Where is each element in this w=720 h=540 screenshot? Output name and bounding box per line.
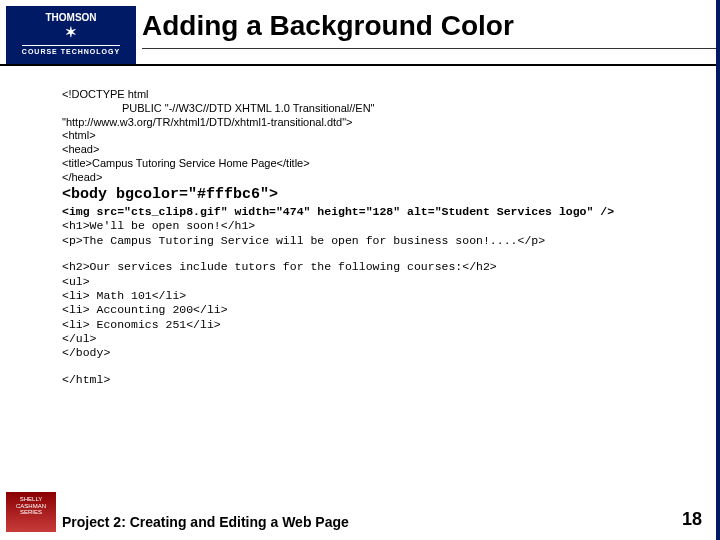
logo-star-icon: ✶: [6, 24, 136, 41]
title-rule-thin: [142, 48, 720, 49]
code-line: <li> Accounting 200</li>: [62, 303, 667, 317]
code-line: "http://www.w3.org/TR/xhtml1/DTD/xhtml1-…: [62, 116, 667, 130]
thomson-logo: THOMSON ✶ COURSE TECHNOLOGY: [6, 6, 136, 64]
code-line: <head>: [62, 143, 667, 157]
logo-sub: COURSE TECHNOLOGY: [22, 45, 120, 56]
code-line: <p>The Campus Tutoring Service will be o…: [62, 234, 667, 248]
series-logo: SHELLY CASHMAN SERIES: [6, 492, 56, 532]
code-line: PUBLIC "-//W3C//DTD XHTML 1.0 Transition…: [62, 102, 667, 116]
right-border: [716, 0, 720, 540]
slide-title: Adding a Background Color: [142, 10, 514, 42]
code-listing: <!DOCTYPE html PUBLIC "-//W3C//DTD XHTML…: [62, 88, 667, 387]
code-line: </head>: [62, 171, 667, 185]
project-label: Project 2: Creating and Editing a Web Pa…: [62, 514, 349, 530]
footer: Project 2: Creating and Editing a Web Pa…: [62, 509, 702, 530]
code-line: <!DOCTYPE html: [62, 88, 667, 102]
code-line: <li> Economics 251</li>: [62, 318, 667, 332]
logo-brand: THOMSON: [6, 12, 136, 24]
code-line: <ul>: [62, 275, 667, 289]
code-line: <html>: [62, 129, 667, 143]
code-line: <h2>Our services include tutors for the …: [62, 260, 667, 274]
title-rule: [0, 64, 720, 66]
code-line: </body>: [62, 346, 667, 360]
code-line: <li> Math 101</li>: [62, 289, 667, 303]
code-line: <img src="cts_clip8.gif" width="474" hei…: [62, 205, 667, 219]
page-number: 18: [682, 509, 702, 530]
code-line: <h1>We'll be open soon!</h1>: [62, 219, 667, 233]
code-line: </ul>: [62, 332, 667, 346]
series-text: SHELLY CASHMAN SERIES: [6, 496, 56, 516]
code-body-tag: <body bgcolor="#fffbc6">: [62, 186, 667, 205]
code-line: </html>: [62, 373, 667, 387]
code-line: <title>Campus Tutoring Service Home Page…: [62, 157, 667, 171]
